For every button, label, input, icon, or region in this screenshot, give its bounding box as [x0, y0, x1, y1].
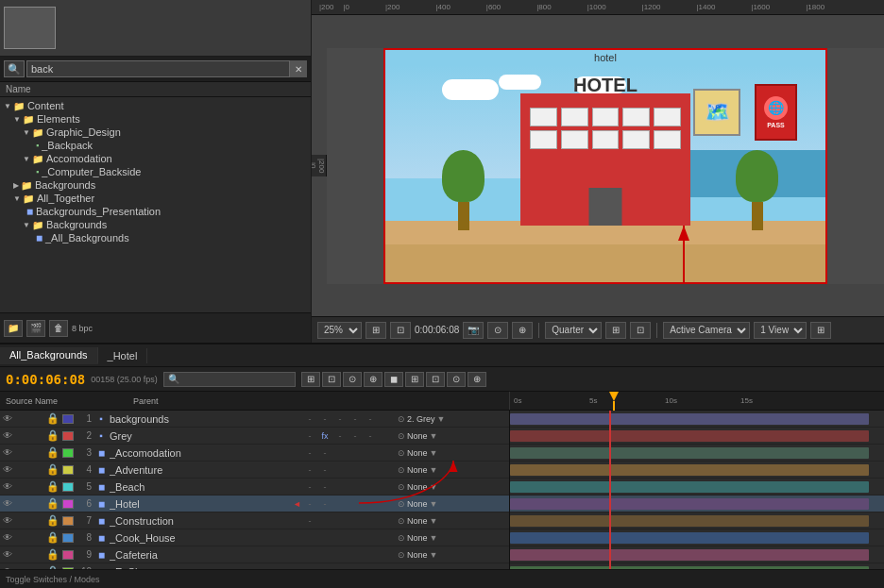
layer-solo-8[interactable]	[30, 529, 45, 546]
layer-switch-1c[interactable]: -	[333, 412, 347, 426]
layer-switch-4a[interactable]: -	[303, 463, 316, 477]
tl-btn-1[interactable]: ⊞	[301, 372, 320, 387]
timeline-search-input[interactable]	[163, 372, 296, 387]
layer-parent-dropdown-9[interactable]: ▼	[430, 550, 438, 560]
layer-parent-dropdown-5[interactable]: ▼	[430, 482, 438, 492]
layer-name-7[interactable]: _Construction	[110, 515, 301, 527]
layer-switch-1b[interactable]: -	[318, 412, 332, 426]
region-button[interactable]: ⊙	[487, 322, 508, 339]
layer-audio-9[interactable]	[15, 546, 30, 563]
tree-item-elements[interactable]: ▼ 📁 Elements	[0, 112, 311, 126]
layer-vis-toggle-3[interactable]: 👁	[0, 445, 15, 462]
delete-button[interactable]: 🗑	[49, 320, 68, 337]
layer-audio-5[interactable]	[15, 479, 30, 496]
tl-btn-8[interactable]: ⊙	[447, 372, 466, 387]
layer-row-7[interactable]: 👁 🔒 7 ◼ _Construction - ⊙ None ▼	[0, 512, 509, 529]
tl-btn-2[interactable]: ⊡	[322, 372, 341, 387]
layer-switch-7a[interactable]: -	[303, 514, 316, 528]
tree-arrow[interactable]: ▼	[23, 128, 30, 137]
layer-switch-2e[interactable]: -	[364, 429, 377, 443]
layer-solo-9[interactable]	[30, 546, 45, 563]
layer-row-3[interactable]: 👁 🔒 3 ◼ _Accomodation -- ⊙ None ▼	[0, 445, 509, 462]
tree-item-backgrounds-2[interactable]: ▼ 📁 Backgrounds	[0, 218, 311, 231]
layer-audio-7[interactable]	[15, 512, 30, 529]
tl-btn-4[interactable]: ⊕	[364, 372, 382, 387]
layer-solo-2[interactable]	[30, 428, 45, 445]
layer-audio-2[interactable]	[15, 428, 30, 445]
color-mgmt-button[interactable]: ⊞	[605, 322, 626, 339]
search-input[interactable]	[26, 60, 290, 77]
layer-switch-2a[interactable]: -	[303, 429, 316, 443]
layer-name-3[interactable]: _Accomodation	[110, 447, 301, 459]
layer-switch-1a[interactable]: -	[303, 412, 316, 426]
layer-switch-6b[interactable]: -	[318, 497, 332, 511]
layer-name-8[interactable]: _Cook_House	[110, 532, 301, 544]
layer-parent-dropdown-7[interactable]: ▼	[430, 516, 438, 526]
tree-arrow[interactable]: ▼	[23, 221, 30, 229]
layer-parent-dropdown-3[interactable]: ▼	[430, 448, 438, 458]
layer-name-1[interactable]: backgrounds	[110, 413, 301, 425]
layer-switch-2d[interactable]: -	[348, 429, 362, 443]
tree-item-backgrounds-presentation[interactable]: ◼ Backgrounds_Presentation	[0, 205, 311, 218]
layer-switch-4b[interactable]: -	[318, 463, 332, 477]
tree-item-all-together[interactable]: ▼ 📁 All_Together	[0, 192, 311, 205]
layer-name-2[interactable]: Grey	[110, 430, 301, 442]
layer-parent-dropdown-8[interactable]: ▼	[430, 533, 438, 543]
layer-lock-5[interactable]: 🔒	[45, 479, 60, 496]
zoom-select[interactable]: 25%	[317, 322, 362, 339]
layer-solo-6[interactable]	[30, 496, 45, 512]
layer-parent-dropdown-1[interactable]: ▼	[437, 414, 446, 424]
search-icon[interactable]: 🔍	[4, 60, 25, 77]
layer-switch-5b[interactable]: -	[318, 480, 332, 494]
tree-item-computer-backside[interactable]: ▪ _Computer_Backside	[0, 165, 311, 178]
layer-vis-toggle-4[interactable]: 👁	[0, 462, 15, 479]
transparency-button[interactable]: ⊡	[630, 322, 651, 339]
layer-vis-toggle-8[interactable]: 👁	[0, 529, 15, 546]
layer-lock-2[interactable]: 🔒	[45, 428, 60, 445]
camera-select[interactable]: Active Camera	[663, 322, 750, 339]
layer-solo-4[interactable]	[30, 462, 45, 479]
tree-arrow[interactable]: ▼	[23, 155, 30, 163]
tl-btn-3[interactable]: ⊙	[343, 372, 362, 387]
layer-lock-3[interactable]: 🔒	[45, 445, 60, 462]
layer-parent-dropdown-2[interactable]: ▼	[430, 431, 438, 441]
tl-btn-6[interactable]: ⊞	[405, 372, 424, 387]
tree-item-backgrounds-1[interactable]: ▶ 📁 Backgrounds	[0, 178, 311, 192]
layer-vis-toggle-9[interactable]: 👁	[0, 546, 15, 563]
layer-vis-toggle-5[interactable]: 👁	[0, 479, 15, 496]
layer-name-4[interactable]: _Adventure	[110, 464, 301, 476]
layer-switch-5a[interactable]: -	[303, 480, 316, 494]
layer-lock-1[interactable]: 🔒	[45, 411, 60, 428]
layer-row-9[interactable]: 👁 🔒 9 ◼ _Cafeteria ⊙ None ▼	[0, 546, 509, 563]
layer-switch-3a[interactable]: -	[303, 446, 316, 460]
layer-row-6[interactable]: 👁 🔒 6 ◼ _Hotel ◄ -- ⊙ None ▼	[0, 496, 509, 512]
layer-solo-5[interactable]	[30, 479, 45, 496]
layer-row-5[interactable]: 👁 🔒 5 ◼ _Beach -- ⊙ None ▼	[0, 479, 509, 496]
tree-item-graphic-design[interactable]: ▼ 📁 Graphic_Design	[0, 126, 311, 139]
layer-switch-6a[interactable]: -	[303, 497, 316, 511]
tree-item-accomodation[interactable]: ▼ 📁 Accomodation	[0, 152, 311, 165]
layer-switch-1e[interactable]: -	[364, 412, 377, 426]
camera-snap-button[interactable]: 📷	[463, 322, 484, 339]
layer-solo-3[interactable]	[30, 445, 45, 462]
layer-lock-6[interactable]: 🔒	[45, 496, 60, 512]
tl-btn-5[interactable]: ◼	[384, 372, 403, 387]
tree-arrow[interactable]: ▶	[13, 181, 19, 190]
tl-btn-9[interactable]: ⊕	[468, 372, 486, 387]
tree-arrow[interactable]: ▼	[13, 115, 21, 124]
layer-switch-1d[interactable]: -	[348, 412, 362, 426]
layer-switch-2c[interactable]: -	[333, 429, 347, 443]
tab-hotel[interactable]: _Hotel	[98, 348, 148, 363]
layer-audio-3[interactable]	[15, 445, 30, 462]
layer-parent-dropdown-4[interactable]: ▼	[430, 465, 438, 475]
tree-item-backpack[interactable]: ▪ _Backpack	[0, 139, 311, 152]
tree-arrow[interactable]: ▼	[4, 102, 11, 110]
layer-audio-4[interactable]	[15, 462, 30, 479]
quality-select[interactable]: Quarter	[545, 322, 602, 339]
tree-arrow[interactable]: ▼	[13, 194, 21, 203]
new-comp-button[interactable]: 🎬	[26, 320, 45, 337]
layer-vis-toggle-6[interactable]: 👁	[0, 496, 15, 512]
search-clear-button[interactable]: ✕	[290, 60, 307, 77]
layer-row-4[interactable]: 👁 🔒 4 ◼ _Adventure -- ⊙ None ▼	[0, 462, 509, 479]
pixels-button[interactable]: ⊡	[390, 322, 411, 339]
